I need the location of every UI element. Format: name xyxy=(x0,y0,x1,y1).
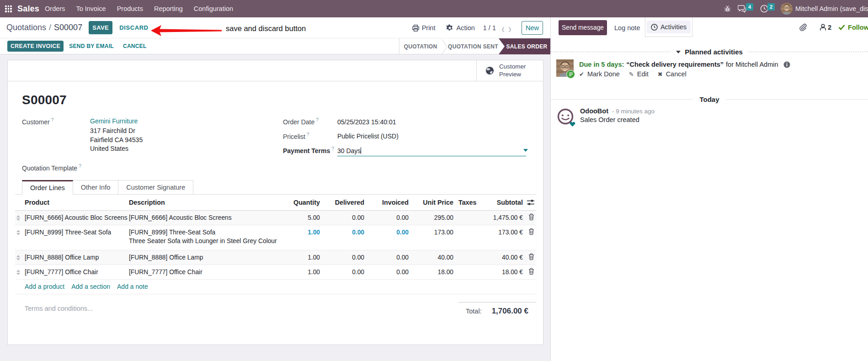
stage-quotation[interactable]: QUOTATION xyxy=(399,38,442,54)
activity-info-icon[interactable] xyxy=(783,61,790,68)
drag-handle-icon[interactable] xyxy=(16,268,20,275)
cell-description[interactable]: [FURN_6666] Acoustic Bloc Screens xyxy=(128,211,292,225)
discard-button[interactable]: DISCARD xyxy=(119,24,148,31)
cell-taxes[interactable] xyxy=(454,265,485,280)
cell-invoiced[interactable]: 0.00 xyxy=(365,211,410,225)
user-name[interactable]: Mitchell Admin (save_discard xyxy=(795,0,868,17)
col-delivered[interactable]: Delivered xyxy=(321,195,365,211)
following-button[interactable]: Following xyxy=(838,24,868,31)
cell-unit-price[interactable]: 295.00 xyxy=(410,211,454,225)
order-line-row[interactable]: [FURN_7777] Office Chair [FURN_7777] Off… xyxy=(15,265,536,280)
add-section-link[interactable]: Add a section xyxy=(71,282,110,291)
stage-sales-order[interactable]: SALES ORDER xyxy=(499,38,550,54)
pager-previous-icon[interactable]: ‹ xyxy=(501,21,505,34)
cell-taxes[interactable] xyxy=(454,211,485,225)
terms-and-conditions-input[interactable]: Terms and conditions... xyxy=(25,302,458,316)
order-line-row[interactable]: [FURN_8999] Three-Seat Sofa [FURN_8999] … xyxy=(15,225,536,250)
optional-columns-icon[interactable] xyxy=(527,200,534,206)
cell-unit-price[interactable]: 18.00 xyxy=(410,265,454,280)
stage-quotation-sent[interactable]: QUOTATION SENT xyxy=(447,38,499,54)
edit-activity-button[interactable]: ✎Edit xyxy=(629,70,649,78)
cell-delivered[interactable]: 0.00 xyxy=(321,265,365,280)
menu-products[interactable]: Products xyxy=(112,0,149,17)
cell-unit-price[interactable]: 173.00 xyxy=(410,225,454,250)
cell-unit-price[interactable]: 40.00 xyxy=(410,250,454,265)
drag-handle-icon[interactable] xyxy=(16,228,20,235)
cell-delivered[interactable]: 0.00 xyxy=(321,211,365,225)
activities-count-badge[interactable]: 2 xyxy=(767,3,775,11)
col-product[interactable]: Product xyxy=(23,195,128,211)
cell-invoiced[interactable]: 0.00 xyxy=(365,250,410,265)
save-button[interactable]: SAVE xyxy=(89,21,112,34)
cell-delivered[interactable]: 0.00 xyxy=(321,225,365,250)
delete-row-icon[interactable] xyxy=(528,268,534,275)
delete-row-icon[interactable] xyxy=(528,213,534,220)
col-invoiced[interactable]: Invoiced xyxy=(365,195,410,211)
cell-description[interactable]: [FURN_8888] Office Lamp xyxy=(128,250,292,265)
col-unit-price[interactable]: Unit Price xyxy=(410,195,454,211)
customer-link[interactable]: Gemini Furniture xyxy=(90,117,143,125)
add-note-link[interactable]: Add a note xyxy=(117,282,148,291)
followers-button[interactable]: 2 xyxy=(819,23,831,31)
cell-taxes[interactable] xyxy=(454,250,485,265)
create-invoice-button[interactable]: CREATE INVOICE xyxy=(7,41,64,52)
cell-quantity[interactable]: 1.00 xyxy=(292,225,321,250)
delete-row-icon[interactable] xyxy=(528,228,534,235)
send-by-email-button[interactable]: SEND BY EMAIL xyxy=(69,43,114,49)
col-description[interactable]: Description xyxy=(128,195,292,211)
apps-grid-icon[interactable] xyxy=(5,5,12,12)
tab-customer-signature[interactable]: Customer Signature xyxy=(118,180,193,195)
cell-description[interactable]: [FURN_8999] Three-Seat SofaThree Seater … xyxy=(128,225,292,250)
order-date-value[interactable]: 05/25/2023 15:40:01 xyxy=(337,118,396,126)
debug-bug-icon[interactable] xyxy=(724,0,731,17)
add-product-link[interactable]: Add a product xyxy=(25,282,64,291)
menu-to-invoice[interactable]: To Invoice xyxy=(70,0,111,17)
cancel-button[interactable]: CANCEL xyxy=(123,43,147,49)
mark-done-button[interactable]: ✔Mark Done xyxy=(579,70,620,78)
payment-terms-input[interactable]: 30 Days xyxy=(337,147,526,156)
col-quantity[interactable]: Quantity xyxy=(292,195,321,211)
pricelist-value[interactable]: Public Pricelist (USD) xyxy=(337,133,399,140)
cell-invoiced[interactable]: 0.00 xyxy=(365,265,410,280)
log-note-button[interactable]: Log note xyxy=(614,20,640,35)
cell-quantity[interactable]: 1.00 xyxy=(292,265,321,280)
menu-configuration[interactable]: Configuration xyxy=(188,0,239,17)
delete-row-icon[interactable] xyxy=(528,253,534,260)
payment-terms-dropdown-icon[interactable] xyxy=(523,149,528,152)
cell-invoiced[interactable]: 0.00 xyxy=(365,225,410,250)
cell-product[interactable]: [FURN_6666] Acoustic Bloc Screens xyxy=(23,211,128,225)
cell-product[interactable]: [FURN_8888] Office Lamp xyxy=(23,250,128,265)
planned-activities-toggle[interactable]: Planned activities xyxy=(671,48,748,56)
cell-taxes[interactable] xyxy=(454,225,485,250)
cell-quantity[interactable]: 5.00 xyxy=(292,211,321,225)
tab-other-info[interactable]: Other Info xyxy=(73,180,118,195)
col-subtotal[interactable]: Subtotal xyxy=(485,195,524,211)
app-name[interactable]: Sales xyxy=(17,4,39,14)
col-taxes[interactable]: Taxes xyxy=(454,195,485,211)
user-avatar[interactable] xyxy=(781,0,793,17)
action-button[interactable]: Action xyxy=(446,24,474,32)
breadcrumb-quotations[interactable]: Quotations xyxy=(6,23,46,32)
cell-product[interactable]: [FURN_8999] Three-Seat Sofa xyxy=(23,225,128,250)
menu-reporting[interactable]: Reporting xyxy=(149,0,188,17)
messages-count-badge[interactable]: 4 xyxy=(746,3,753,11)
cell-delivered[interactable]: 0.00 xyxy=(321,250,365,265)
cancel-activity-button[interactable]: ✖Cancel xyxy=(658,70,687,78)
new-button[interactable]: New xyxy=(522,21,543,35)
cell-description[interactable]: [FURN_7777] Office Chair xyxy=(128,265,292,280)
order-line-row[interactable]: [FURN_6666] Acoustic Bloc Screens [FURN_… xyxy=(15,211,536,225)
messages-icon[interactable] xyxy=(738,0,746,17)
cell-product[interactable]: [FURN_7777] Office Chair xyxy=(23,265,128,280)
customer-preview-button[interactable]: CustomerPreview xyxy=(476,60,543,81)
print-button[interactable]: Print xyxy=(412,24,436,32)
drag-handle-icon[interactable] xyxy=(16,253,20,260)
drag-handle-icon[interactable] xyxy=(16,213,20,221)
order-line-row[interactable]: [FURN_8888] Office Lamp [FURN_8888] Offi… xyxy=(15,250,536,265)
tab-order-lines[interactable]: Order Lines xyxy=(22,180,73,195)
attachments-icon[interactable] xyxy=(799,23,807,32)
send-message-button[interactable]: Send message xyxy=(559,20,607,35)
message-author[interactable]: OdooBot xyxy=(580,107,608,115)
activities-button[interactable]: Activities xyxy=(647,21,691,33)
cell-quantity[interactable]: 1.00 xyxy=(292,250,321,265)
menu-orders[interactable]: Orders xyxy=(39,0,70,17)
